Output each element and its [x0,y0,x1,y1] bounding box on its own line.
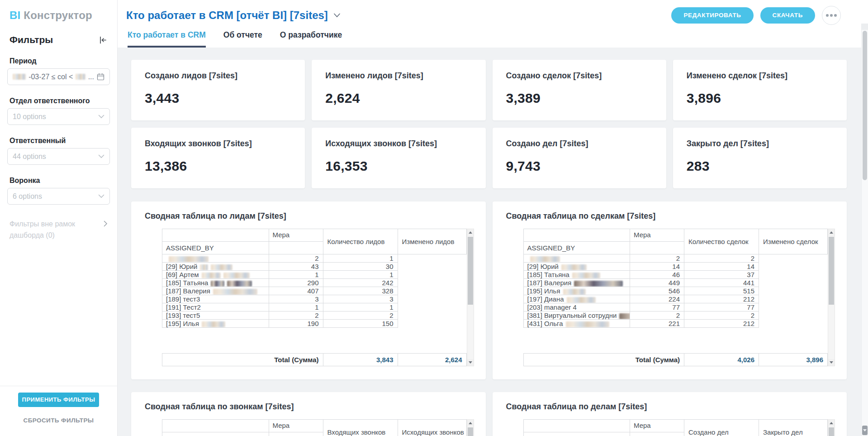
redacted-name [561,264,587,270]
scroll-up-button[interactable] [467,420,474,426]
value-cell[interactable]: 407 [269,287,323,295]
assigned-by-cell: [187] Валерия [523,279,630,287]
table-scrollbar[interactable] [828,419,835,436]
value-cell[interactable]: 441 [684,279,759,287]
assigned-by-header-cell: ASSIGNED_BY [162,242,269,254]
kpi-value: 13,386 [145,158,291,174]
department-select[interactable]: 10 options [7,108,110,125]
apply-filters-button[interactable]: ПРИМЕНИТЬ ФИЛЬТРЫ [18,393,99,407]
value-cell[interactable]: 2 [684,311,759,320]
assigned-by-cell: [69] Артем [162,271,269,279]
table-row: [197] Диана224212 [523,295,828,303]
scroll-up-button[interactable] [828,229,835,236]
more-options-button[interactable] [822,6,841,25]
total-value: 3,896 [759,354,828,366]
value-cell[interactable]: 546 [630,287,684,295]
value-cell[interactable]: 14 [684,263,759,271]
kpi-title: Входящих звонков [7sites] [145,139,291,149]
funnel-select[interactable]: 6 options [7,188,110,205]
assigned-by-cell: [381] Виртуальный сотрудни [523,311,630,320]
external-filters-link[interactable]: Фильтры вне рамок дашборда (0) [9,219,108,241]
value-cell[interactable]: 1 [269,303,323,311]
value-cell[interactable]: 77 [630,303,684,311]
value-cell[interactable]: 3 [323,295,398,303]
value-cell[interactable]: 2 [269,254,323,263]
value-cell[interactable]: 1 [323,271,398,279]
pivot-total-row: Total (Сумма) 4,026 3,896 [523,353,828,366]
scroll-up-button[interactable] [467,229,474,236]
collapse-sidebar-icon[interactable] [99,36,107,44]
value-cell[interactable]: 2 [269,311,323,320]
table-scrollbar-thumb[interactable] [829,427,834,436]
assignee-select[interactable]: 44 options [7,148,110,165]
value-cell[interactable]: 2 [630,254,684,263]
value-cell[interactable]: 1 [323,254,398,263]
tab-1[interactable]: Об отчете [223,30,262,48]
reset-filters-button[interactable]: СБРОСИТЬ ФИЛЬТРЫ [0,417,117,424]
table-scrollbar[interactable] [467,419,474,436]
kpi-title: Закрыто дел [7sites] [687,139,833,149]
value-column-header: Закрыто дел [759,420,828,436]
scroll-down-button[interactable] [828,359,835,366]
download-button[interactable]: СКАЧАТЬ [760,7,815,24]
value-cell[interactable]: 14 [630,263,684,271]
value-cell[interactable]: 37 [684,271,759,279]
scroll-up-button[interactable] [828,420,835,426]
value-cell[interactable]: 77 [684,303,759,311]
value-cell[interactable]: 290 [269,279,323,287]
period-date-input[interactable]: -03-27 ≤ col < ... [7,68,110,85]
value-column-header: Создано дел [684,420,759,436]
table-scrollbar-thumb[interactable] [468,237,473,305]
page-scrollbar-thumb[interactable] [863,31,867,180]
total-label: Total (Сумма) [162,354,323,366]
funnel-select-value: 6 options [13,192,42,201]
value-cell[interactable]: 2 [323,311,398,320]
assigned-by-cell: [193] тест5 [162,311,269,320]
pivot-body-scroll-area[interactable] [162,328,467,353]
kpi-value: 9,743 [506,158,653,174]
tab-0[interactable]: Кто работает в CRM [128,30,206,48]
value-cell[interactable]: 150 [323,320,398,328]
value-cell[interactable]: 46 [630,271,684,279]
redacted-name [169,256,209,262]
value-cell[interactable]: 515 [684,287,759,295]
table-scrollbar-thumb[interactable] [829,237,834,305]
value-cell[interactable]: 212 [684,320,759,328]
measure-empty-cell [269,432,323,436]
value-cell[interactable]: 190 [269,320,323,328]
redacted-name [202,273,221,278]
scrollbar-up-zone[interactable] [862,24,868,30]
value-cell[interactable]: 212 [684,295,759,303]
report-title-chevron-icon[interactable] [333,13,341,18]
value-cell[interactable]: 2 [684,254,759,263]
table-row: [189] тест333 [162,295,467,303]
scroll-down-button[interactable] [862,426,868,435]
value-cell[interactable]: 1 [269,271,323,279]
value-cell[interactable]: 1 [323,303,398,311]
arrow-down-icon [830,361,833,364]
value-cell[interactable]: 30 [323,263,398,271]
pivot-table-title: Сводная таблица по сделкам [7sites] [506,211,835,221]
table-scrollbar[interactable] [467,229,474,366]
scroll-down-button[interactable] [467,359,474,366]
value-cell[interactable]: 328 [323,287,398,295]
page-scrollbar[interactable] [861,24,868,436]
value-cell[interactable]: 43 [269,263,323,271]
value-cell[interactable]: 221 [630,320,684,328]
pivot-table-title: Сводная таблица по делам [7sites] [506,402,835,412]
value-cell[interactable]: 2 [630,311,684,320]
value-cell[interactable]: 242 [323,279,398,287]
value-cell[interactable]: 224 [630,295,684,303]
table-scrollbar[interactable] [828,229,835,366]
external-filters-label: Фильтры вне рамок дашборда (0) [9,219,95,241]
redacted-name [563,289,586,295]
table-scrollbar-thumb[interactable] [468,427,473,436]
edit-button[interactable]: РЕДАКТИРОВАТЬ [671,7,753,24]
tab-2[interactable]: О разработчике [280,30,342,48]
pivot-header: Мера Создано дел Закрыто дел ASSIGNED_BY [523,419,828,436]
assigned-by-header-cell: ASSIGNED_BY [523,242,630,254]
value-cell[interactable]: 3 [269,295,323,303]
arrow-down-icon [469,361,472,364]
pivot-body-scroll-area[interactable] [523,328,828,353]
value-cell[interactable]: 449 [630,279,684,287]
